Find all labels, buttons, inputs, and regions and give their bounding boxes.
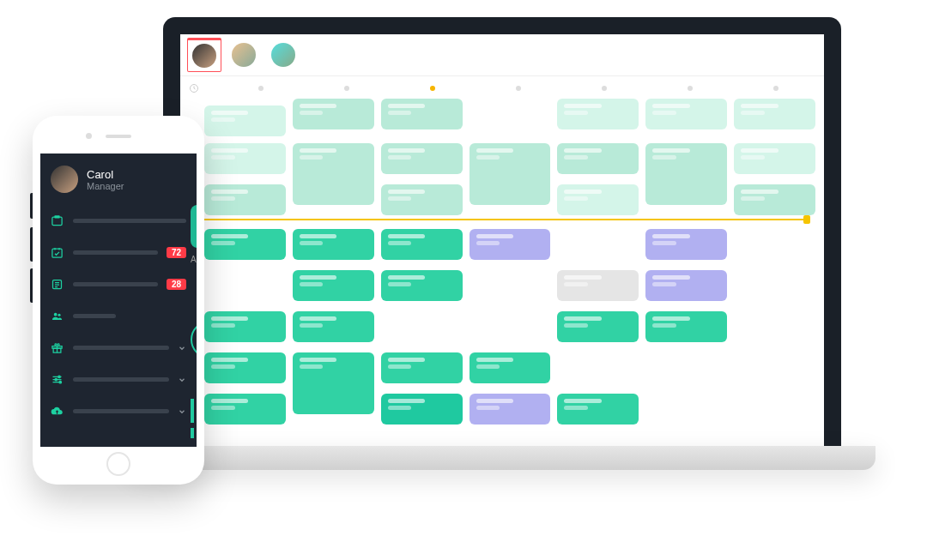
- svg-rect-3: [52, 249, 62, 257]
- calendar-event[interactable]: [381, 270, 463, 301]
- calendar-event[interactable]: [381, 99, 463, 129]
- phone-home-button[interactable]: [106, 452, 130, 476]
- calendar-event[interactable]: [557, 394, 639, 425]
- calendar-column[interactable]: [470, 99, 551, 442]
- calendar-event[interactable]: [204, 352, 286, 383]
- calendar-tab-user3[interactable]: [266, 38, 300, 72]
- notification-badge: 28: [167, 279, 186, 290]
- svg-rect-2: [54, 215, 59, 218]
- calendar-event[interactable]: [381, 229, 463, 260]
- phone-side-button: [30, 193, 33, 219]
- calendar-day-header: [189, 83, 815, 93]
- calendar-column[interactable]: [734, 99, 815, 442]
- laptop-device: [129, 17, 875, 497]
- gift-icon: [51, 341, 64, 354]
- svg-point-5: [54, 313, 58, 316]
- phone-volume-down: [30, 268, 33, 303]
- menu-placeholder-line: [73, 282, 158, 286]
- calendar-event[interactable]: [293, 229, 374, 260]
- calendar-check-icon: [51, 246, 64, 259]
- sidebar-item-id-card[interactable]: [49, 205, 188, 237]
- calendar-event[interactable]: [381, 184, 463, 215]
- calendar-event[interactable]: [204, 394, 286, 425]
- calendar-event[interactable]: [381, 143, 463, 174]
- avatar-icon: [51, 166, 78, 193]
- calendar-event[interactable]: [204, 229, 286, 260]
- calendar-column[interactable]: [204, 99, 286, 442]
- notification-badge: 72: [167, 247, 186, 258]
- list-icon: [51, 278, 64, 291]
- phone-app: Carol Manager 7228 Aug 7: [40, 154, 197, 447]
- calendar-tab-user1[interactable]: [187, 38, 221, 72]
- calendar-event[interactable]: [381, 394, 463, 425]
- calendar-event[interactable]: [557, 270, 639, 301]
- calendar-event[interactable]: [470, 143, 551, 205]
- calendar-columns: [204, 99, 815, 442]
- phone-device: Carol Manager 7228 Aug 7: [33, 116, 204, 485]
- profile-header[interactable]: Carol Manager: [40, 154, 197, 205]
- id-card-icon: [51, 214, 64, 227]
- calendar-event[interactable]: [734, 143, 815, 174]
- calendar-column[interactable]: [557, 99, 639, 442]
- calendar-event[interactable]: [645, 143, 727, 205]
- calendar-event[interactable]: [470, 394, 551, 425]
- now-indicator: [197, 219, 807, 220]
- calendar-event[interactable]: [645, 99, 727, 129]
- sidebar-item-users[interactable]: [49, 300, 188, 332]
- svg-point-6: [58, 314, 60, 316]
- sidebar-item-sliders[interactable]: [49, 364, 188, 395]
- calendar-event[interactable]: [293, 99, 374, 129]
- calendar-event[interactable]: [293, 311, 374, 342]
- phone-camera: [86, 133, 92, 139]
- clock-icon: [189, 83, 199, 93]
- calendar-event[interactable]: [293, 270, 374, 301]
- calendar-event[interactable]: [204, 143, 286, 174]
- calendar-event[interactable]: [204, 311, 286, 342]
- calendar-event[interactable]: [557, 143, 639, 174]
- menu-placeholder-line: [73, 250, 158, 255]
- sidebar-menu: 7228: [40, 205, 197, 427]
- phone-volume-up: [30, 227, 33, 262]
- calendar-event[interactable]: [293, 352, 374, 414]
- calendar-tab-user2[interactable]: [227, 38, 261, 72]
- users-icon: [51, 310, 64, 322]
- calendar-event[interactable]: [204, 105, 286, 136]
- profile-role: Manager: [87, 181, 124, 191]
- menu-placeholder-line: [73, 409, 169, 413]
- sidebar-item-list[interactable]: 28: [49, 268, 188, 300]
- sidebar-item-gift[interactable]: [49, 332, 188, 364]
- sidebar-item-calendar-check[interactable]: 72: [49, 237, 188, 268]
- sidebar-item-cloud-upload[interactable]: [49, 395, 188, 427]
- calendar-event[interactable]: [645, 229, 727, 260]
- calendar-event[interactable]: [204, 184, 286, 215]
- calendar-event[interactable]: [293, 143, 374, 205]
- calendar-event[interactable]: [470, 352, 551, 383]
- calendar-app: [180, 34, 824, 446]
- calendar-event[interactable]: [645, 270, 727, 301]
- peek-month-label: Aug: [191, 255, 197, 264]
- phone-speaker: [106, 135, 131, 138]
- peek-card: [191, 205, 197, 248]
- calendar-column[interactable]: [293, 99, 374, 442]
- avatar-icon: [232, 43, 256, 67]
- svg-point-9: [58, 376, 61, 378]
- svg-point-11: [59, 381, 62, 383]
- calendar-event[interactable]: [557, 311, 639, 342]
- calendar-event[interactable]: [381, 352, 463, 383]
- profile-name: Carol: [87, 168, 124, 181]
- chevron-down-icon: [178, 344, 186, 352]
- calendar-event[interactable]: [734, 99, 815, 129]
- chevron-down-icon: [178, 407, 186, 416]
- menu-placeholder-line: [73, 377, 169, 382]
- avatar-icon: [192, 44, 216, 68]
- calendar-event[interactable]: [734, 184, 815, 215]
- calendar-column[interactable]: [381, 99, 463, 442]
- calendar-event[interactable]: [557, 99, 639, 129]
- peek-bar-chart: [191, 392, 197, 438]
- calendar-event[interactable]: [470, 229, 551, 260]
- calendar-user-tabs: [180, 34, 824, 76]
- calendar-column[interactable]: [645, 99, 727, 442]
- calendar-event[interactable]: [645, 311, 727, 342]
- calendar-body[interactable]: [189, 99, 815, 442]
- calendar-event[interactable]: [557, 184, 639, 215]
